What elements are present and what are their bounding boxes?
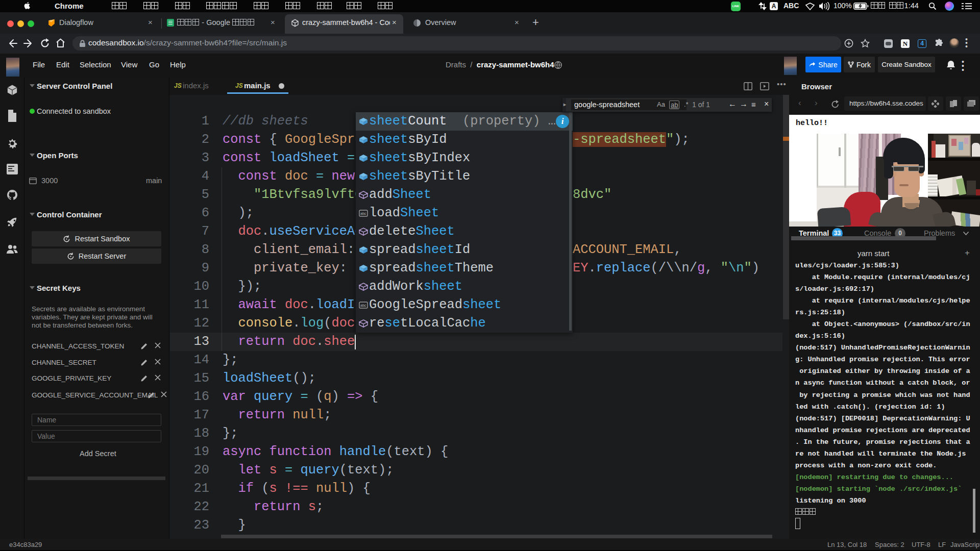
svg-text:abc: abc xyxy=(360,304,366,307)
svg-text:abc: abc xyxy=(360,212,366,215)
